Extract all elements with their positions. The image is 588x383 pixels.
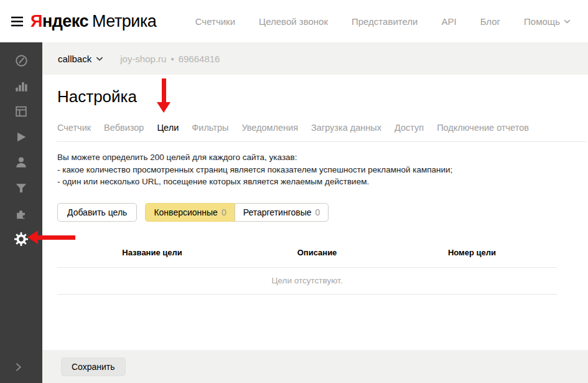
reports-bar-chart-icon[interactable] <box>14 78 29 93</box>
footer-bar: Сохранить <box>42 350 588 383</box>
chevron-down-icon <box>564 19 571 24</box>
settings-gear-icon[interactable] <box>14 232 29 247</box>
goals-description-intro: Вы можете определить 200 целей для каждо… <box>57 151 588 164</box>
top-header: ЯндексМетрика Счетчики Целевой звонок Пр… <box>0 0 588 42</box>
visitors-person-icon[interactable] <box>14 155 29 170</box>
nav-target-call[interactable]: Целевой звонок <box>259 16 328 27</box>
logo-word1: ндекс <box>42 12 88 31</box>
goals-empty-state: Цели отсутствуют. <box>57 267 557 295</box>
save-button[interactable]: Сохранить <box>61 357 126 376</box>
counter-name: callback <box>58 54 91 64</box>
tab-webvisor[interactable]: Вебвизор <box>104 123 144 133</box>
nav-blog-label: Блог <box>480 16 500 27</box>
goals-actions-row: Добавить цель Конверсионные 0 Ретаргетин… <box>57 203 588 222</box>
hamburger-menu-icon[interactable] <box>9 14 24 29</box>
page-title: Настройка <box>57 87 588 106</box>
tab-access[interactable]: Доступ <box>394 123 424 133</box>
annotation-arrow-down-icon <box>157 78 170 113</box>
tab-notifications[interactable]: Уведомления <box>241 123 298 133</box>
logo-letter: Я <box>30 12 42 31</box>
dashboard-speedometer-icon[interactable] <box>14 53 29 68</box>
segments-funnel-icon[interactable] <box>14 181 29 196</box>
settings-content: Настройка Счетчик Вебвизор Цели Фильтры … <box>42 75 588 350</box>
tab-reports-connection[interactable]: Подключение отчетов <box>437 123 529 133</box>
column-description: Описание <box>247 248 387 257</box>
sidebar <box>0 42 42 383</box>
integrations-puzzle-icon[interactable] <box>14 206 29 221</box>
column-goal-name: Название цели <box>57 248 247 257</box>
conversion-goals-count: 0 <box>222 207 226 217</box>
goals-empty-text: Цели отсутствуют. <box>272 276 343 285</box>
sidebar-expand-chevron-icon[interactable] <box>15 362 22 374</box>
nav-api[interactable]: API <box>441 16 456 27</box>
nav-counters-label: Счетчики <box>195 16 235 27</box>
goals-table: Название цели Описание Номер цели Цели о… <box>57 248 557 295</box>
retargeting-goals-button[interactable]: Ретаргетинговые 0 <box>235 203 329 222</box>
nav-counters[interactable]: Счетчики <box>195 16 235 27</box>
conversion-goals-label: Конверсионные <box>154 207 217 217</box>
top-nav: Счетчики Целевой звонок Представители AP… <box>195 16 588 27</box>
nav-help[interactable]: Помощь <box>524 16 571 27</box>
annotation-arrow-left-icon <box>27 230 75 244</box>
nav-api-label: API <box>441 16 456 27</box>
conversion-goals-button[interactable]: Конверсионные 0 <box>145 203 234 222</box>
counter-site: joy-shop.ru <box>120 54 166 64</box>
nav-blog[interactable]: Блог <box>480 16 500 27</box>
tabs-divider <box>56 141 587 142</box>
counter-id: 69664816 <box>179 54 220 64</box>
nav-representatives-label: Представители <box>352 16 418 27</box>
counter-bar: callback joy-shop.ru • 69664816 <box>42 42 588 75</box>
logo-word2: Метрика <box>92 12 156 31</box>
goals-table-header: Название цели Описание Номер цели <box>57 248 557 267</box>
counter-site-info: joy-shop.ru • 69664816 <box>120 54 220 64</box>
widgets-layout-icon[interactable] <box>14 104 29 119</box>
retargeting-goals-count: 0 <box>315 207 320 217</box>
add-goal-button[interactable]: Добавить цель <box>57 203 137 222</box>
chevron-down-icon <box>96 57 103 61</box>
retargeting-goals-label: Ретаргетинговые <box>243 207 312 217</box>
column-goal-number: Номер цели <box>387 248 557 257</box>
tab-data-upload[interactable]: Загрузка данных <box>311 123 381 133</box>
webvisor-play-icon[interactable] <box>14 130 29 144</box>
nav-representatives[interactable]: Представители <box>352 16 418 27</box>
nav-target-call-label: Целевой звонок <box>259 16 328 27</box>
goals-description: Вы можете определить 200 целей для каждо… <box>57 151 588 188</box>
goals-description-item: - какое количество просмотренных страниц… <box>57 164 588 176</box>
counter-selector[interactable]: callback <box>58 54 103 64</box>
tab-goals[interactable]: Цели <box>157 123 179 133</box>
tab-filters[interactable]: Фильтры <box>192 123 228 133</box>
yandex-metrica-logo[interactable]: ЯндексМетрика <box>30 12 156 31</box>
goals-description-item: - один или несколько URL, посещение кото… <box>57 176 588 188</box>
nav-help-label: Помощь <box>524 16 560 27</box>
counter-separator: • <box>170 54 174 64</box>
tab-counter[interactable]: Счетчик <box>57 123 91 133</box>
settings-tabs: Счетчик Вебвизор Цели Фильтры Уведомлени… <box>57 123 588 133</box>
goal-type-toggle: Конверсионные 0 Ретаргетинговые 0 <box>145 203 329 222</box>
